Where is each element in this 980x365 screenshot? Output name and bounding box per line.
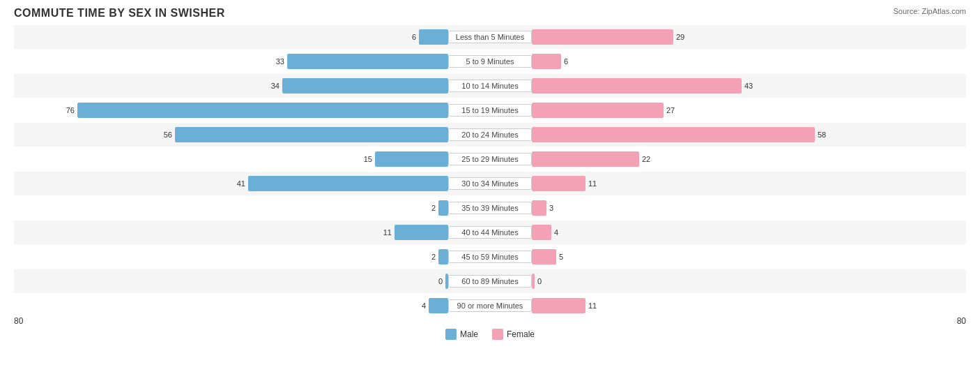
chart-row: 56 20 to 24 Minutes 58 [14, 123, 966, 147]
male-value: 2 [422, 204, 436, 212]
male-side: 11 [14, 221, 448, 244]
row-label: 25 to 29 Minutes [448, 153, 532, 165]
row-label: 40 to 44 Minutes [448, 226, 532, 239]
male-bar [438, 249, 448, 265]
male-bar [248, 176, 448, 191]
female-bar [532, 176, 585, 191]
chart-row: 4 90 or more Minutes 11 [14, 294, 966, 318]
female-bar [532, 274, 535, 289]
male-side: 41 [14, 172, 448, 195]
female-bar [532, 298, 585, 313]
male-bar [395, 225, 448, 240]
male-side: 0 [14, 269, 448, 293]
male-bar [438, 200, 448, 216]
chart-row: 2 45 to 59 Minutes 5 [14, 245, 966, 269]
row-label: 10 to 14 Minutes [448, 80, 532, 92]
male-side: 56 [14, 123, 448, 147]
chart-row: 34 10 to 14 Minutes 43 [14, 74, 966, 98]
male-bar [175, 127, 448, 142]
source-label: Source: ZipAtlas.com [893, 7, 966, 15]
female-bar [532, 29, 673, 45]
male-side: 33 [14, 50, 448, 73]
row-label: 20 to 24 Minutes [448, 128, 532, 141]
female-side: 4 [532, 221, 966, 244]
male-bar [375, 151, 448, 167]
female-bar [532, 249, 556, 265]
male-value: 41 [231, 179, 245, 188]
female-value: 22 [642, 155, 656, 163]
female-bar [532, 225, 551, 240]
female-bar [532, 103, 664, 118]
female-value: 3 [549, 204, 563, 212]
legend-female-label: Female [507, 329, 535, 339]
row-label: 90 or more Minutes [448, 299, 532, 312]
female-value: 4 [554, 228, 568, 237]
row-label: 60 to 89 Minutes [448, 275, 532, 288]
male-value: 56 [158, 131, 172, 139]
chart-title: COMMUTE TIME BY SEX IN SWISHER [14, 7, 966, 20]
row-label: 30 to 34 Minutes [448, 177, 532, 190]
female-value: 6 [564, 57, 578, 66]
male-bar [287, 54, 448, 69]
female-value: 0 [537, 277, 551, 285]
chart-row: 11 40 to 44 Minutes 4 [14, 221, 966, 244]
chart-row: 15 25 to 29 Minutes 22 [14, 147, 966, 171]
female-side: 5 [532, 245, 966, 269]
row-label: 45 to 59 Minutes [448, 251, 532, 263]
male-side: 15 [14, 147, 448, 171]
female-value: 58 [818, 131, 832, 139]
row-label: Less than 5 Minutes [448, 31, 532, 43]
legend-male-box [445, 329, 457, 340]
chart-container: COMMUTE TIME BY SEX IN SWISHER Source: Z… [0, 0, 980, 365]
male-value: 0 [429, 277, 443, 285]
chart-row: 0 60 to 89 Minutes 0 [14, 269, 966, 293]
male-bar [429, 298, 448, 313]
female-side: 3 [532, 196, 966, 220]
female-side: 11 [532, 294, 966, 318]
axis-right: 80 [957, 316, 966, 326]
axis-labels: 80 80 [14, 316, 966, 326]
female-value: 5 [559, 253, 573, 261]
female-value: 11 [588, 301, 602, 310]
female-value: 27 [666, 106, 680, 114]
legend-female-box [492, 329, 503, 340]
female-bar [532, 54, 561, 69]
chart-row: 33 5 to 9 Minutes 6 [14, 50, 966, 73]
axis-left: 80 [14, 316, 23, 326]
male-value: 11 [378, 228, 392, 237]
legend-male-label: Male [460, 329, 478, 339]
male-value: 6 [402, 33, 416, 41]
legend-male: Male [445, 329, 478, 340]
female-bar [532, 78, 742, 94]
male-value: 4 [412, 301, 426, 310]
legend-female: Female [492, 329, 535, 340]
chart-area: 6 Less than 5 Minutes 29 33 5 to 9 Minut… [14, 25, 966, 313]
female-value: 43 [744, 82, 758, 90]
male-value: 76 [61, 106, 75, 114]
male-side: 4 [14, 294, 448, 318]
male-bar [77, 103, 448, 118]
female-bar [532, 200, 546, 216]
female-side: 0 [532, 269, 966, 293]
female-bar [532, 127, 815, 142]
male-bar [419, 29, 448, 45]
female-value: 29 [676, 33, 690, 41]
legend: Male Female [14, 329, 966, 340]
male-value: 34 [266, 82, 280, 90]
male-side: 2 [14, 196, 448, 220]
male-value: 33 [270, 57, 284, 66]
female-side: 29 [532, 25, 966, 49]
female-side: 22 [532, 147, 966, 171]
chart-row: 6 Less than 5 Minutes 29 [14, 25, 966, 49]
male-side: 76 [14, 98, 448, 122]
male-side: 6 [14, 25, 448, 49]
row-label: 35 to 39 Minutes [448, 202, 532, 214]
male-bar [282, 78, 448, 94]
male-side: 2 [14, 245, 448, 269]
female-side: 43 [532, 74, 966, 98]
chart-row: 41 30 to 34 Minutes 11 [14, 172, 966, 195]
row-label: 15 to 19 Minutes [448, 104, 532, 117]
female-side: 58 [532, 123, 966, 147]
female-bar [532, 151, 639, 167]
row-label: 5 to 9 Minutes [448, 55, 532, 68]
